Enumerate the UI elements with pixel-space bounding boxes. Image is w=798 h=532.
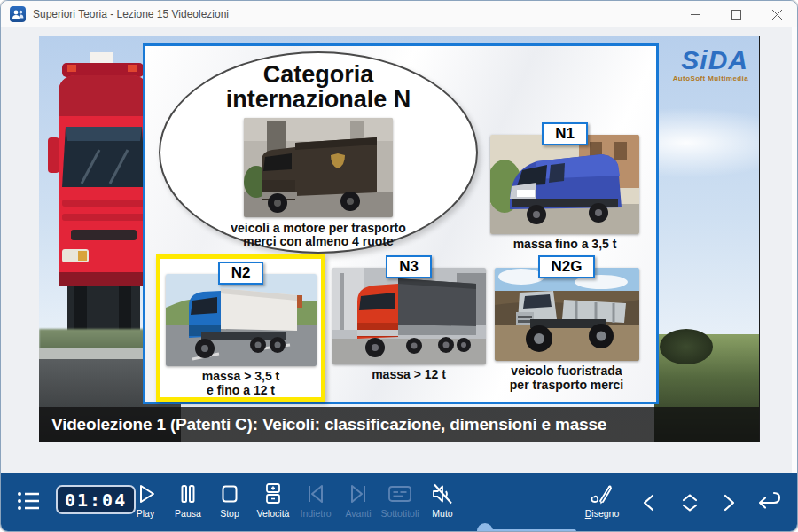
draw-button[interactable]: Disegno xyxy=(575,482,629,519)
main-definition-ellipse: Categoria internazionale N xyxy=(159,51,478,254)
chevron-left-icon xyxy=(638,489,661,516)
category-card-n3: N3 xyxy=(329,255,489,382)
n-category-photo xyxy=(244,118,393,217)
subtitles-icon xyxy=(387,482,412,505)
definition-line2: merci con almeno 4 ruote xyxy=(231,235,406,249)
skip-forward-icon xyxy=(346,482,371,505)
close-button[interactable] xyxy=(756,1,797,27)
brand-tagline: AutoSoft Multimedia xyxy=(673,75,748,82)
n-category-definition: veicoli a motore per trasporto merci con… xyxy=(231,222,406,249)
n3-photo xyxy=(332,268,486,364)
skip-back-icon xyxy=(303,482,328,505)
stop-button[interactable]: Stop xyxy=(207,482,252,519)
brand-logo: SiDA AutoSoft Multimedia xyxy=(673,47,748,82)
video-frame[interactable]: SiDA AutoSoft Multimedia Categoria inter… xyxy=(39,36,760,442)
pause-button[interactable]: Pausa xyxy=(166,482,210,519)
n2-photo xyxy=(166,274,317,366)
chevron-right-icon xyxy=(717,489,740,516)
n1-photo xyxy=(490,135,639,234)
category-card-n2-highlight: N2 xyxy=(156,254,325,402)
window-controls xyxy=(675,1,797,27)
return-arrow-icon xyxy=(753,488,783,516)
chapters-button[interactable] xyxy=(15,489,42,513)
play-icon xyxy=(134,482,157,505)
player-toolbar: 01:04 Play Pausa Stop xyxy=(1,473,798,531)
app-window: Superiori Teoria - Lezione 15 Videolezio… xyxy=(0,0,798,532)
content-area: SiDA AutoSoft Multimedia Categoria inter… xyxy=(1,27,798,475)
draw-pen-icon xyxy=(590,482,614,505)
n1-caption: massa fino a 3,5 t xyxy=(513,238,617,252)
n2g-label: N2G xyxy=(538,255,596,278)
category-card-n2: N2 xyxy=(160,259,321,397)
pause-icon xyxy=(176,482,200,505)
n1-label: N1 xyxy=(542,122,588,145)
n3-label: N3 xyxy=(386,255,432,278)
titlebar: Superiori Teoria - Lezione 15 Videolezio… xyxy=(1,1,797,27)
stop-icon xyxy=(218,482,241,505)
prev-page-button[interactable] xyxy=(638,489,661,520)
n2-label: N2 xyxy=(218,262,264,285)
maximize-button[interactable] xyxy=(716,1,756,27)
n3-caption: massa > 12 t xyxy=(372,368,446,382)
minimize-button[interactable] xyxy=(675,1,716,27)
slider-thumb[interactable] xyxy=(477,523,493,532)
window-title: Superiori Teoria - Lezione 15 Videolezio… xyxy=(33,8,229,20)
slide-title-line2: internazionale N xyxy=(226,87,411,112)
video-subtitle-bar: Videolezione 1 (Patenti C): Veicoli: cla… xyxy=(39,407,759,442)
definition-line1: veicoli a motore per trasporto xyxy=(231,222,406,236)
mute-speaker-icon xyxy=(430,482,455,505)
expand-menu-button[interactable] xyxy=(677,489,703,520)
return-button[interactable] xyxy=(753,488,783,520)
category-card-n2g: N2G xyxy=(491,255,642,392)
slide-title-line1: Categoria xyxy=(226,62,411,87)
app-icon xyxy=(10,6,26,22)
n2g-caption: veicolo fuoristrada per trasporto merci xyxy=(510,364,623,392)
volume-slider[interactable] xyxy=(477,523,576,532)
window-edge-strip xyxy=(792,27,797,475)
chapters-list-icon xyxy=(15,489,42,513)
n2g-photo xyxy=(495,268,639,361)
speed-plus-minus-icon xyxy=(262,482,285,505)
video-subtitle: Videolezione 1 (Patenti C): Veicoli: cla… xyxy=(51,415,606,434)
mute-button[interactable]: Muto xyxy=(420,482,465,519)
brand-name: SiDA xyxy=(673,47,748,74)
category-card-n1: N1 xyxy=(487,122,643,252)
n2-caption: massa > 3,5 t e fino a 12 t xyxy=(202,370,280,397)
slide-title: Categoria internazionale N xyxy=(226,62,411,113)
next-page-button[interactable] xyxy=(717,489,740,520)
bush xyxy=(660,329,713,364)
play-button[interactable]: Play xyxy=(123,482,168,519)
lesson-slide: Categoria internazionale N xyxy=(143,43,659,404)
chevron-up-down-icon xyxy=(677,489,703,516)
